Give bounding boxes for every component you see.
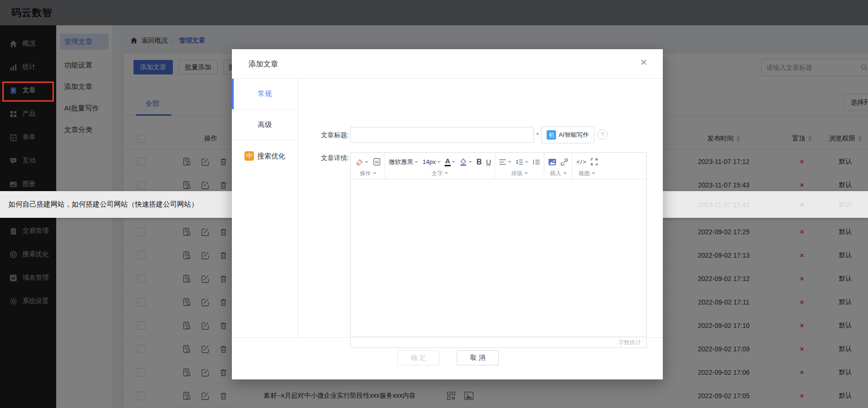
modal-title: 添加文章	[248, 59, 278, 69]
editor-toolbar: W 操作 微软雅黑 14px A	[351, 153, 646, 179]
modal-tab-1[interactable]: 高级	[232, 110, 298, 141]
font-color-icon[interactable]: A	[445, 158, 455, 166]
highlight-color-icon[interactable]	[460, 158, 472, 166]
modal-body: 常规高级中搜索优化 文章标题: * 初 AI智能写作 ? 文章详情:	[232, 79, 663, 337]
tab-badge-icon: 中	[245, 151, 254, 161]
insert-image-icon[interactable]	[548, 158, 556, 166]
modal-tab-list: 常规高级中搜索优化	[232, 79, 298, 337]
modal-footer: 确 定 取 消	[232, 337, 663, 379]
fullscreen-icon[interactable]	[591, 158, 598, 165]
svg-text:W: W	[375, 160, 379, 164]
indent-icon[interactable]	[533, 159, 540, 165]
ai-writing-label: AI智能写作	[559, 131, 589, 139]
modal-tab-2[interactable]: 中搜索优化	[232, 141, 298, 171]
article-title-input[interactable]	[350, 127, 534, 143]
modal-tab-0[interactable]: 常规	[232, 79, 298, 110]
editor-group-ops: W 操作	[352, 153, 385, 179]
editor-text-menu[interactable]: 文字	[389, 169, 491, 178]
cancel-button[interactable]: 取 消	[457, 350, 499, 365]
align-icon[interactable]	[499, 159, 512, 165]
bold-button[interactable]: B	[476, 158, 482, 166]
source-code-icon[interactable]: </>	[576, 158, 586, 165]
article-detail-label: 文章详情:	[312, 154, 349, 163]
underline-button[interactable]: U	[486, 158, 491, 166]
line-height-icon[interactable]	[516, 159, 528, 165]
dragged-row-publish-time: 2023-11-07 15:43	[677, 191, 771, 218]
font-size-select[interactable]: 14px	[423, 158, 441, 165]
editor-layout-menu[interactable]: 排版	[499, 169, 540, 178]
editor-content-area[interactable]	[351, 179, 646, 336]
editor-group-view: </> 视图	[572, 153, 601, 179]
required-mark: *	[536, 131, 539, 139]
ai-writing-button[interactable]: 初 AI智能写作	[541, 126, 594, 143]
font-family-select[interactable]: 微软雅黑	[389, 158, 418, 166]
editor-insert-menu[interactable]: 插入	[548, 169, 568, 178]
add-article-modal: 添加文章 × 常规高级中搜索优化 文章标题: * 初 AI智能写作 ? 文章详情…	[232, 49, 663, 379]
screen: 码云数智 概况统计文章产品表单互动图册交易管理搜索优化W域名管理系统设置 管理文…	[0, 0, 868, 408]
import-word-icon[interactable]: W	[373, 158, 381, 166]
editor-group-insert: 插入	[544, 153, 572, 179]
insert-link-icon[interactable]	[561, 158, 568, 166]
confirm-button[interactable]: 确 定	[397, 350, 439, 365]
modal-header: 添加文章 ×	[232, 49, 663, 79]
help-icon[interactable]: ?	[597, 129, 608, 140]
article-title-label: 文章标题:	[312, 131, 349, 140]
rich-text-editor: W 操作 微软雅黑 14px A	[350, 152, 647, 348]
dragged-row-pinned: ×	[783, 191, 821, 218]
close-icon[interactable]: ×	[638, 57, 650, 69]
editor-group-text: 微软雅黑 14px A B U 文字	[385, 153, 495, 179]
editor-view-menu[interactable]: 视图	[576, 169, 598, 178]
dragged-row-title: 如何自己搭建网站，如何搭建公司网站（快速搭建公司网站）	[8, 191, 198, 218]
editor-group-layout: 排版	[495, 153, 544, 179]
editor-ops-menu[interactable]: 操作	[356, 169, 381, 178]
format-eraser-icon[interactable]	[356, 158, 369, 166]
dragged-row-permission: 默认	[822, 191, 868, 218]
ai-badge: 初	[547, 130, 556, 140]
